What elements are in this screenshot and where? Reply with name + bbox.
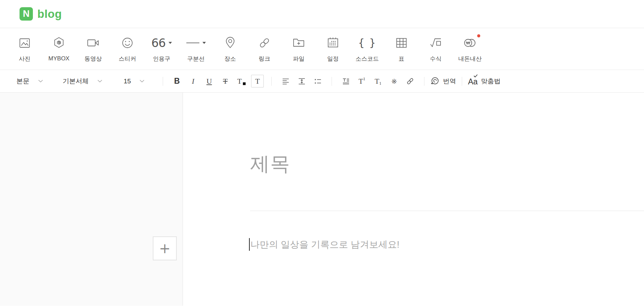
spellcheck-button[interactable]: Aa 맞춤법 xyxy=(468,76,500,86)
naver-blog-logo[interactable]: N blog xyxy=(20,7,62,21)
line-height-icon xyxy=(298,77,306,85)
insert-item-label: 파일 xyxy=(293,55,305,63)
insert-quote-button[interactable]: 66 인용구 xyxy=(145,35,179,63)
editor-content: + 제목 나만의 일상을 기록으로 남겨보세요! xyxy=(0,93,644,306)
spellcheck-label: 맞춤법 xyxy=(481,77,500,86)
insert-link-inline-button[interactable] xyxy=(402,74,418,89)
insert-item-label: 링크 xyxy=(259,55,270,63)
notification-dot xyxy=(477,34,480,37)
insert-sticker-button[interactable]: 스티커 xyxy=(110,35,145,63)
blog-logo-text: blog xyxy=(37,8,62,21)
add-block-button[interactable]: + xyxy=(153,236,177,260)
paragraph-format-button[interactable] xyxy=(338,74,354,89)
align-left-icon xyxy=(282,77,290,85)
special-char-button[interactable]: ※ xyxy=(386,74,402,89)
photo-icon xyxy=(17,35,32,50)
insert-item-label: 내돈내산 xyxy=(458,55,482,63)
plus-icon: + xyxy=(159,242,171,255)
calendar-icon xyxy=(326,35,340,50)
insert-item-label: 장소 xyxy=(224,55,236,63)
video-camera-icon xyxy=(86,35,100,50)
subscript-button[interactable]: T1 xyxy=(370,74,386,89)
font-family-value: 기본서체 xyxy=(63,77,89,86)
check-icon xyxy=(473,74,478,78)
insert-photo-button[interactable]: 사진 xyxy=(8,35,42,63)
italic-button[interactable]: I xyxy=(185,74,201,89)
insert-item-label: 수식 xyxy=(430,55,442,63)
translate-button[interactable]: 번역 xyxy=(430,76,456,86)
side-panel: + xyxy=(0,93,183,306)
won-coins-icon xyxy=(462,35,478,50)
color-swatch xyxy=(243,82,246,85)
strikethrough-button[interactable]: T xyxy=(217,74,233,89)
paragraph-style-value: 본문 xyxy=(16,77,29,86)
horizontal-line-icon xyxy=(186,35,206,50)
quote-66-icon: 66 xyxy=(151,35,172,50)
paragraph-style-dropdown[interactable]: 본문 xyxy=(16,77,43,86)
translate-label: 번역 xyxy=(443,77,456,86)
font-size-dropdown[interactable]: 15 xyxy=(124,78,145,85)
text-format-icon xyxy=(342,77,350,85)
toolbar-separator xyxy=(332,77,332,86)
insert-item-label: 스티커 xyxy=(119,55,136,63)
link-icon xyxy=(406,77,414,85)
curly-braces-icon: { } xyxy=(358,35,376,50)
insert-file-button[interactable]: 파일 xyxy=(282,35,316,63)
dropdown-arrow-icon xyxy=(202,42,206,44)
dropdown-arrow-icon xyxy=(169,42,172,44)
list-button[interactable] xyxy=(310,74,326,89)
map-pin-icon xyxy=(223,35,237,50)
insert-divider-button[interactable]: 구분선 xyxy=(179,35,213,63)
text-cursor xyxy=(249,238,250,251)
background-color-button[interactable]: T xyxy=(249,74,265,89)
insert-code-button[interactable]: { } 소스코드 xyxy=(350,35,384,63)
align-button[interactable] xyxy=(277,74,294,89)
spellcheck-aa-icon: Aa xyxy=(468,76,478,86)
insert-item-label: 소스코드 xyxy=(356,55,379,63)
bullet-list-icon xyxy=(314,77,322,85)
insert-formula-button[interactable]: 수식 xyxy=(419,35,453,63)
insert-item-label: MYBOX xyxy=(48,55,69,62)
smiley-icon xyxy=(120,35,135,50)
superscript-button[interactable]: T1 xyxy=(354,74,370,89)
insert-video-button[interactable]: 동영상 xyxy=(76,35,110,63)
insert-schedule-button[interactable]: 일정 xyxy=(316,35,350,63)
bold-button[interactable]: B xyxy=(169,74,185,89)
body-input[interactable]: 나만의 일상을 기록으로 남겨보세요! xyxy=(249,238,399,251)
title-input[interactable]: 제목 xyxy=(250,151,290,177)
mybox-icon xyxy=(52,36,66,51)
square-root-icon xyxy=(429,35,443,50)
link-icon xyxy=(257,35,272,50)
chevron-down-icon xyxy=(139,80,145,83)
insert-item-label: 인용구 xyxy=(153,55,171,63)
insert-table-button[interactable]: 표 xyxy=(384,35,419,63)
insert-item-label: 구분선 xyxy=(187,55,205,63)
insert-item-label: 표 xyxy=(399,55,405,63)
font-size-value: 15 xyxy=(124,78,131,85)
insert-mybox-button[interactable]: MYBOX xyxy=(42,36,76,62)
insert-place-button[interactable]: 장소 xyxy=(213,35,247,63)
title-divider xyxy=(250,211,644,211)
format-toolbar: 본문 기본서체 15 B I U T T T T1 T1 ※ 번역 xyxy=(0,70,644,93)
toolbar-separator xyxy=(462,77,462,86)
toolbar-separator xyxy=(424,77,424,86)
font-color-button[interactable]: T xyxy=(233,74,249,89)
line-height-button[interactable] xyxy=(294,74,310,89)
font-family-dropdown[interactable]: 기본서체 xyxy=(63,77,102,86)
table-grid-icon xyxy=(394,35,409,50)
underline-button[interactable]: U xyxy=(201,74,217,89)
toolbar-separator xyxy=(163,77,163,86)
document-area[interactable]: 제목 나만의 일상을 기록으로 남겨보세요! xyxy=(183,93,644,306)
toolbar-separator xyxy=(271,77,272,86)
folder-plus-icon xyxy=(292,35,306,50)
insert-mymoney-button[interactable]: 내돈내산 xyxy=(453,35,487,63)
insert-item-label: 사진 xyxy=(19,55,30,63)
header: N blog xyxy=(0,0,644,28)
naver-n-icon: N xyxy=(20,7,33,21)
insert-toolbar: 사진 MYBOX 동영상 스티커 66 인용구 구분선 장소 xyxy=(0,28,644,70)
body-placeholder-text: 나만의 일상을 기록으로 남겨보세요! xyxy=(250,238,399,251)
chevron-down-icon xyxy=(38,80,43,83)
insert-link-button[interactable]: 링크 xyxy=(247,35,282,63)
insert-item-label: 동영상 xyxy=(85,55,102,63)
insert-item-label: 일정 xyxy=(327,55,339,63)
